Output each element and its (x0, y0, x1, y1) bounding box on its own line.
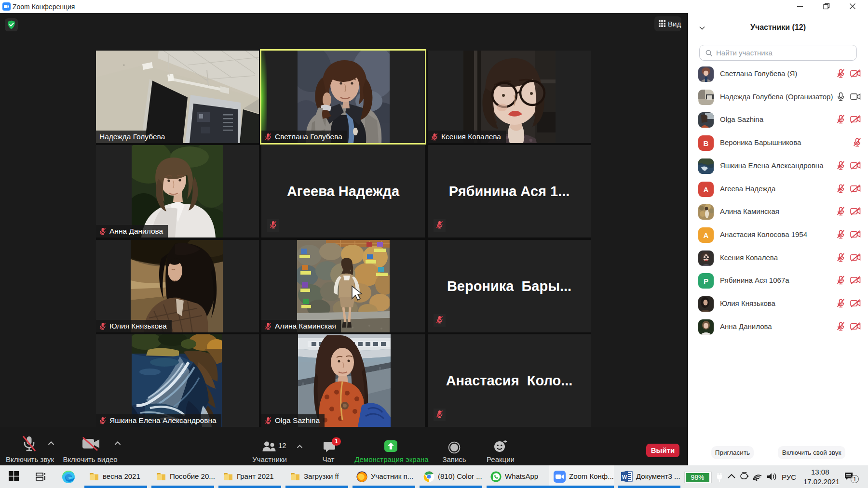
svg-text:W: W (622, 474, 627, 480)
